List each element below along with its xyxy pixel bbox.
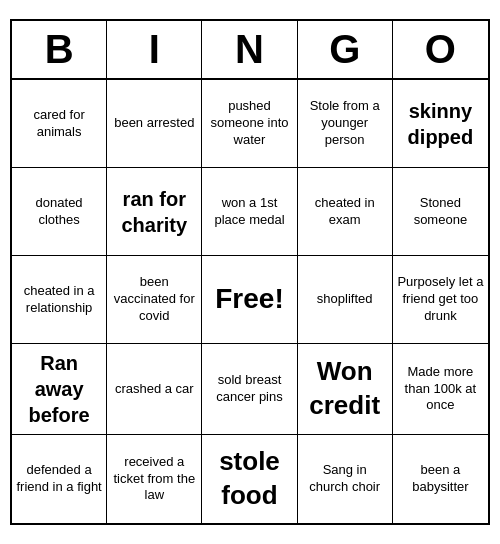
bingo-card: B I N G O cared for animalsbeen arrested… <box>10 19 490 525</box>
bingo-cell-22[interactable]: stole food <box>202 435 297 523</box>
bingo-cell-16[interactable]: crashed a car <box>107 344 202 435</box>
bingo-cell-9[interactable]: Stoned someone <box>393 168 488 256</box>
bingo-cell-11[interactable]: been vaccinated for covid <box>107 256 202 344</box>
bingo-cell-14[interactable]: Purposely let a friend get too drunk <box>393 256 488 344</box>
bingo-grid: cared for animalsbeen arrestedpushed som… <box>12 80 488 523</box>
letter-b: B <box>12 21 107 78</box>
bingo-cell-13[interactable]: shoplifted <box>298 256 393 344</box>
letter-o: O <box>393 21 488 78</box>
bingo-cell-21[interactable]: received a ticket from the law <box>107 435 202 523</box>
bingo-cell-24[interactable]: been a babysitter <box>393 435 488 523</box>
bingo-cell-8[interactable]: cheated in exam <box>298 168 393 256</box>
bingo-header: B I N G O <box>12 21 488 80</box>
bingo-cell-12[interactable]: Free! <box>202 256 297 344</box>
bingo-cell-20[interactable]: defended a friend in a fight <box>12 435 107 523</box>
letter-g: G <box>298 21 393 78</box>
bingo-cell-5[interactable]: donated clothes <box>12 168 107 256</box>
bingo-cell-17[interactable]: sold breast cancer pins <box>202 344 297 435</box>
bingo-cell-23[interactable]: Sang in church choir <box>298 435 393 523</box>
bingo-cell-1[interactable]: been arrested <box>107 80 202 168</box>
bingo-cell-4[interactable]: skinny dipped <box>393 80 488 168</box>
bingo-cell-10[interactable]: cheated in a relationship <box>12 256 107 344</box>
letter-i: I <box>107 21 202 78</box>
bingo-cell-15[interactable]: Ran away before <box>12 344 107 435</box>
bingo-cell-7[interactable]: won a 1st place medal <box>202 168 297 256</box>
bingo-cell-19[interactable]: Made more than 100k at once <box>393 344 488 435</box>
bingo-cell-3[interactable]: Stole from a younger person <box>298 80 393 168</box>
bingo-cell-0[interactable]: cared for animals <box>12 80 107 168</box>
bingo-cell-6[interactable]: ran for charity <box>107 168 202 256</box>
bingo-cell-2[interactable]: pushed someone into water <box>202 80 297 168</box>
letter-n: N <box>202 21 297 78</box>
bingo-cell-18[interactable]: Won credit <box>298 344 393 435</box>
